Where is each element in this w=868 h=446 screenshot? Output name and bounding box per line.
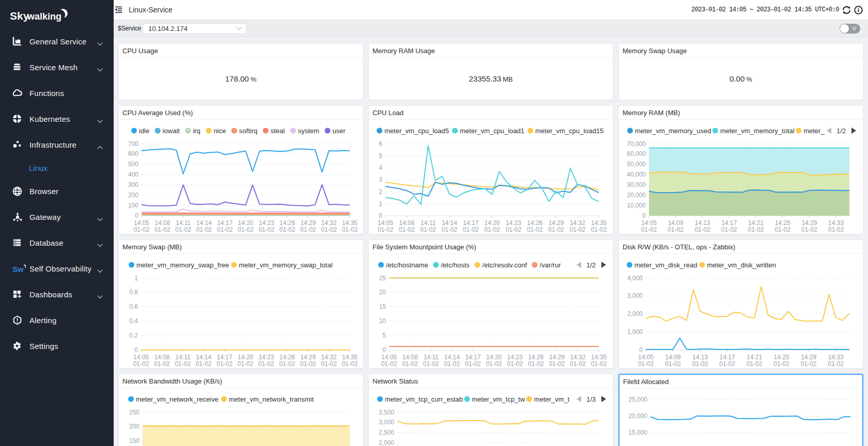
svg-text:01-02: 01-02 xyxy=(528,360,544,368)
svg-text:01-02: 01-02 xyxy=(321,360,337,368)
svg-text:14:29: 14:29 xyxy=(300,354,316,361)
svg-text:15,000: 15,000 xyxy=(628,429,647,436)
svg-text:60,000: 60,000 xyxy=(627,150,646,157)
svg-text:14:25: 14:25 xyxy=(775,219,791,227)
svg-text:40,000: 40,000 xyxy=(627,171,646,178)
svg-text:meter_vm_memory_swap_total: meter_vm_memory_swap_total xyxy=(239,261,332,269)
svg-text:1/2: 1/2 xyxy=(586,261,596,269)
svg-text:01-02: 01-02 xyxy=(549,360,565,368)
svg-text:14:29: 14:29 xyxy=(549,354,565,361)
svg-text:600: 600 xyxy=(128,150,138,157)
svg-text:01-02: 01-02 xyxy=(444,360,460,368)
svg-text:200: 200 xyxy=(128,192,138,199)
svg-text:01-02: 01-02 xyxy=(774,226,791,233)
svg-text:meter_vm_cpu_load5: meter_vm_cpu_load5 xyxy=(384,127,449,135)
svg-text:01-02: 01-02 xyxy=(801,360,817,368)
svg-text:14:26: 14:26 xyxy=(280,219,295,227)
svg-text:0: 0 xyxy=(639,346,643,354)
svg-text:01-02: 01-02 xyxy=(801,226,817,233)
svg-text:/etc/hosts: /etc/hosts xyxy=(441,261,470,269)
svg-text:14:05: 14:05 xyxy=(641,219,657,227)
svg-text:01-02: 01-02 xyxy=(591,360,607,368)
svg-text:01-02: 01-02 xyxy=(342,226,358,233)
svg-text:Sky: Sky xyxy=(10,10,29,22)
svg-text:01-02: 01-02 xyxy=(279,360,295,368)
svg-text:0.8: 0.8 xyxy=(129,289,138,296)
svg-text:14:05: 14:05 xyxy=(133,354,149,361)
svg-text:250: 250 xyxy=(129,409,140,416)
svg-text:14:35: 14:35 xyxy=(591,354,607,361)
svg-text:14:17: 14:17 xyxy=(721,219,737,227)
svg-text:01-02: 01-02 xyxy=(484,226,500,233)
svg-text:14:25: 14:25 xyxy=(774,354,789,361)
svg-text:01-02: 01-02 xyxy=(258,360,274,368)
svg-text:01-02: 01-02 xyxy=(300,360,316,368)
svg-text:01-02: 01-02 xyxy=(569,226,585,233)
svg-text:0: 0 xyxy=(379,212,382,219)
svg-text:01-02: 01-02 xyxy=(154,226,171,233)
svg-text:01-02: 01-02 xyxy=(570,360,586,368)
svg-text:walking: walking xyxy=(27,11,61,22)
svg-text:14:21: 14:21 xyxy=(747,354,762,361)
svg-text:14:11: 14:11 xyxy=(421,219,436,227)
svg-text:14:08: 14:08 xyxy=(154,354,169,361)
svg-text:0: 0 xyxy=(382,346,386,354)
svg-text:01-02: 01-02 xyxy=(420,226,436,233)
svg-text:14:17: 14:17 xyxy=(465,354,481,361)
svg-text:01-02: 01-02 xyxy=(321,226,337,233)
svg-text:01-02: 01-02 xyxy=(196,226,212,233)
svg-text:2,000: 2,000 xyxy=(627,310,643,317)
svg-text:01-02: 01-02 xyxy=(638,360,654,368)
svg-text:01-02: 01-02 xyxy=(828,226,844,233)
svg-text:400: 400 xyxy=(128,171,138,178)
svg-text:20,000: 20,000 xyxy=(627,192,646,199)
svg-text:5: 5 xyxy=(382,332,386,339)
svg-text:meter_vm_disk_read: meter_vm_disk_read xyxy=(634,261,697,269)
svg-text:softirq: softirq xyxy=(239,127,257,135)
svg-text:01-02: 01-02 xyxy=(154,360,170,368)
svg-text:3,000: 3,000 xyxy=(379,419,394,426)
svg-text:14:20: 14:20 xyxy=(486,354,502,361)
svg-text:01-02: 01-02 xyxy=(486,360,502,368)
svg-text:01-02: 01-02 xyxy=(465,360,481,368)
svg-text:4: 4 xyxy=(379,164,382,171)
svg-text:01-02: 01-02 xyxy=(527,226,543,233)
svg-text:meter_vm_cpu_load1: meter_vm_cpu_load1 xyxy=(460,127,524,135)
svg-text:01-02: 01-02 xyxy=(463,226,479,233)
svg-text:25,000: 25,000 xyxy=(628,396,647,403)
svg-text:14:35: 14:35 xyxy=(591,219,607,227)
svg-text:01-02: 01-02 xyxy=(719,360,735,368)
svg-text:50,000: 50,000 xyxy=(627,161,646,168)
svg-text:01-02: 01-02 xyxy=(692,360,708,368)
svg-text:14:33: 14:33 xyxy=(828,219,844,227)
svg-text:1/3: 1/3 xyxy=(586,395,596,403)
svg-text:0: 0 xyxy=(135,212,138,219)
svg-text:meter_vm_network_receive: meter_vm_network_receive xyxy=(136,395,219,403)
svg-text:01-02: 01-02 xyxy=(591,226,607,233)
svg-text:01-02: 01-02 xyxy=(258,226,274,233)
svg-text:500: 500 xyxy=(128,161,138,168)
svg-text:14:14: 14:14 xyxy=(196,354,211,361)
svg-text:150: 150 xyxy=(129,437,140,444)
svg-text:15: 15 xyxy=(379,303,386,310)
svg-text:01-02: 01-02 xyxy=(217,226,233,233)
svg-text:14:32: 14:32 xyxy=(570,219,585,227)
svg-text:2: 2 xyxy=(379,188,382,196)
svg-text:14:32: 14:32 xyxy=(570,354,585,361)
svg-text:14:05: 14:05 xyxy=(378,219,393,227)
svg-text:2,000: 2,000 xyxy=(379,439,394,446)
svg-text:14:21: 14:21 xyxy=(748,219,764,227)
svg-text:14:17: 14:17 xyxy=(463,219,478,227)
svg-text:14:26: 14:26 xyxy=(527,219,542,227)
svg-text:3: 3 xyxy=(379,176,382,183)
svg-text:14:20: 14:20 xyxy=(238,354,253,361)
svg-text:meter_vm_disk_written: meter_vm_disk_written xyxy=(707,261,776,269)
svg-text:01-02: 01-02 xyxy=(300,226,316,233)
svg-text:meter_vm_tcp_curr_estab: meter_vm_tcp_curr_estab xyxy=(385,395,463,403)
svg-text:1,000: 1,000 xyxy=(627,328,643,336)
svg-text:14:29: 14:29 xyxy=(801,354,816,361)
svg-text:0: 0 xyxy=(642,212,646,219)
svg-text:01-02: 01-02 xyxy=(280,226,296,233)
svg-text:1: 1 xyxy=(379,200,382,208)
svg-text:iowait: iowait xyxy=(163,127,180,135)
